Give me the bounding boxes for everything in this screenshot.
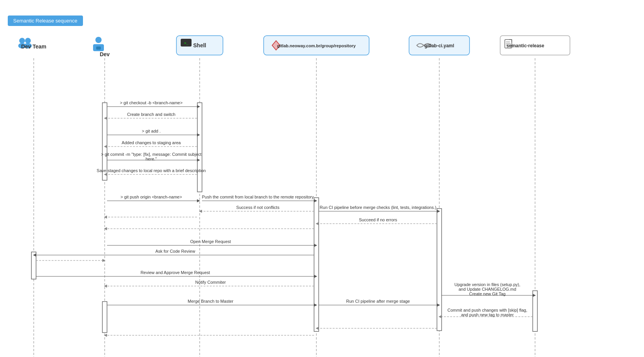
svg-marker-88 (104, 285, 107, 288)
svg-marker-69 (437, 210, 440, 213)
svg-text:Run CI pipeline before merge c: Run CI pipeline before merge checks (lin… (320, 205, 437, 210)
svg-marker-67 (104, 216, 107, 219)
svg-text:> git push origin <branch-name: > git push origin <branch-name> (121, 195, 182, 199)
svg-marker-102 (439, 315, 442, 318)
svg-rect-36 (31, 252, 36, 279)
svg-text:Success if not conflicts: Success if not conflicts (236, 205, 280, 210)
svg-rect-35 (533, 291, 537, 331)
svg-text:and push new tag to master: and push new tag to master (461, 312, 514, 317)
svg-text:Push the commit from local bra: Push the commit from local branch to the… (202, 195, 314, 199)
svg-marker-106 (316, 327, 319, 330)
participant-dev: Dev (93, 37, 110, 57)
svg-marker-75 (104, 227, 107, 230)
svg-marker-51 (197, 159, 200, 162)
svg-text:Review and Approve Merge Reque: Review and Approve Merge Request (140, 270, 210, 275)
svg-point-2 (18, 43, 26, 48)
svg-marker-97 (533, 294, 536, 297)
svg-text:> git commit -m "type: [fix], : > git commit -m "type: [fix], message: C… (101, 152, 201, 157)
svg-rect-20 (505, 40, 512, 48)
svg-text:here.": here." (146, 157, 157, 161)
svg-text:> git checkout -b <branch-name: > git checkout -b <branch-name> (120, 100, 183, 105)
svg-rect-9 (176, 36, 223, 55)
sequence-diagram-svg: Dev Team Dev >_ Shell gitlab.neoway.com.… (0, 35, 644, 357)
svg-text:>_: >_ (184, 41, 188, 45)
svg-rect-32 (102, 103, 107, 180)
svg-text:Commit and push changes with [: Commit and push changes with [skip] flag… (447, 308, 527, 312)
svg-text:gitlab-ci.yaml: gitlab-ci.yaml (425, 43, 454, 48)
svg-text:Dev: Dev (100, 51, 110, 57)
svg-text:Dev Team: Dev Team (21, 43, 46, 50)
participant-devteam: Dev Team (18, 38, 47, 50)
svg-point-1 (25, 38, 31, 43)
svg-text:Shell: Shell (193, 42, 206, 48)
svg-text:Succeed if no errors: Succeed if no errors (359, 217, 397, 222)
svg-rect-33 (314, 198, 319, 331)
svg-marker-42 (104, 117, 107, 120)
svg-text:> git add .: > git add . (142, 129, 161, 133)
svg-marker-15 (273, 41, 279, 49)
svg-rect-19 (500, 36, 570, 55)
svg-marker-48 (104, 145, 107, 148)
svg-text:Upgrade version in files (setu: Upgrade version in files (setup.py), (454, 282, 520, 287)
svg-text:Save staged changes to local r: Save staged changes to local repo with a… (97, 168, 205, 173)
svg-text:Run CI pipeline after merge st: Run CI pipeline after merge stage (346, 299, 410, 304)
diagram-title: Semantic Release sequence (8, 16, 83, 26)
svg-marker-80 (33, 254, 36, 257)
svg-rect-37 (102, 302, 107, 333)
svg-text:semantic-release: semantic-release (506, 43, 544, 48)
svg-marker-45 (197, 133, 200, 136)
svg-marker-58 (197, 199, 200, 202)
diagram-area: Dev Team Dev >_ Shell gitlab.neoway.com.… (0, 35, 644, 357)
svg-rect-31 (197, 103, 202, 192)
svg-point-5 (95, 37, 102, 43)
svg-text:and Update CHANGELOG.md: and Update CHANGELOG.md (459, 287, 516, 291)
svg-marker-83 (102, 259, 105, 262)
svg-rect-6 (93, 44, 104, 51)
svg-point-3 (24, 43, 32, 48)
svg-marker-64 (199, 210, 202, 213)
svg-point-0 (19, 38, 25, 43)
svg-rect-17 (409, 36, 470, 55)
svg-marker-94 (437, 304, 440, 307)
svg-marker-61 (314, 199, 317, 202)
svg-rect-10 (181, 39, 192, 47)
svg-marker-55 (104, 173, 107, 176)
svg-text:Open Merge Request: Open Merge Request (190, 239, 231, 244)
svg-rect-7 (96, 47, 101, 50)
svg-text:Notify Commiter: Notify Commiter (195, 280, 226, 285)
svg-marker-14 (272, 41, 280, 50)
svg-text:Ask for Code Review: Ask for Code Review (155, 249, 195, 254)
svg-marker-77 (314, 244, 317, 247)
svg-marker-85 (314, 275, 317, 278)
svg-marker-39 (197, 105, 200, 108)
svg-marker-108 (104, 334, 107, 337)
svg-rect-13 (264, 36, 369, 55)
svg-marker-91 (314, 304, 317, 307)
svg-rect-34 (437, 209, 442, 331)
svg-text:Added changes to staging area: Added changes to staging area (122, 140, 181, 145)
svg-text:Create new Git Tag: Create new Git Tag (469, 291, 506, 296)
svg-marker-72 (316, 222, 319, 225)
svg-text:gitlab.neoway.com.br/group/rep: gitlab.neoway.com.br/group/repository (277, 43, 356, 48)
svg-text:Merge Branch to Master: Merge Branch to Master (188, 299, 233, 304)
svg-text:Create branch and switch: Create branch and switch (127, 112, 176, 117)
